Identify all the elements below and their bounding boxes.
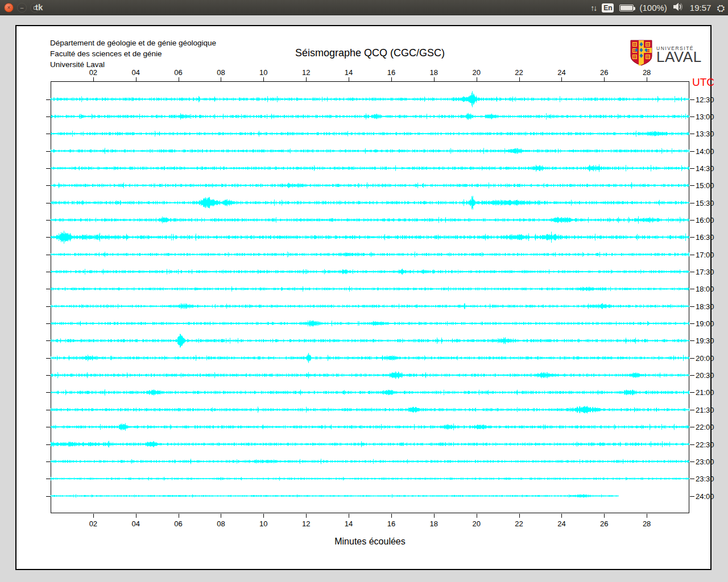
x-tick-mark-top [263,77,264,81]
utc-row-label: 16:00 [696,216,724,225]
trace-tick-left [46,272,51,272]
x-tick-mark-bottom [647,514,647,518]
x-tick-mark-top [93,77,94,81]
minimize-button[interactable]: – [17,3,27,13]
utc-row-label: 22:00 [696,423,724,431]
window-controls: × – [4,3,40,13]
x-tick-label-bottom: 20 [468,519,485,528]
x-tick-label-bottom: 04 [127,519,144,528]
seismograph-sheet: Département de géologie et de génie géol… [15,25,712,570]
x-tick-label-top: 26 [595,68,613,77]
trace-tick-right [690,340,694,341]
utc-row-label: 14:30 [696,164,724,173]
utc-row-label: 18:30 [696,302,724,311]
utc-row-label: 17:30 [696,268,724,276]
trace-tick-right [690,392,694,393]
titlebar[interactable]: × – tk ↑↓ En (100%) 19:57 ⛭ [0,0,728,15]
trace-tick-right [690,185,694,186]
utc-row-label: 17:00 [696,251,724,259]
trace-tick-left [46,185,51,186]
utc-row-label: 24:00 [696,492,724,501]
utc-row-label: 16:30 [696,233,724,242]
utc-row-label: 14:00 [696,147,724,156]
trace-tick-left [46,340,51,341]
x-tick-mark-top [519,77,520,81]
x-tick-mark-top [604,77,605,81]
x-tick-label-top: 14 [340,68,357,77]
x-tick-mark-bottom [306,514,307,518]
utc-row-label: 23:30 [696,475,724,483]
trace-tick-right [690,289,694,289]
trace-tick-right [690,306,694,307]
trace-tick-left [46,255,51,255]
trace-tick-left [46,427,51,427]
trace-tick-left [46,151,51,152]
x-tick-label-top: 12 [297,68,315,77]
x-tick-mark-top [391,77,392,81]
x-tick-label-bottom: 16 [383,519,400,528]
utc-row-label: 12:30 [696,95,724,104]
battery-icon[interactable] [619,5,634,11]
x-tick-label-top: 20 [468,68,485,77]
session-gear-icon[interactable]: ⛭ [717,2,725,14]
x-tick-mark-bottom [179,514,179,518]
x-tick-label-top: 24 [553,68,570,77]
trace-tick-right [690,323,694,324]
page-title: Séismographe QCQ (CGC/GSC) [51,47,689,59]
x-tick-label-top: 28 [638,68,655,77]
x-tick-label-bottom: 12 [297,519,315,528]
x-tick-label-top: 08 [212,68,229,77]
trace-tick-left [46,410,51,410]
network-icon[interactable]: ↑↓ [590,3,596,13]
utc-row-label: 21:30 [696,406,724,414]
x-tick-mark-top [179,77,179,81]
x-tick-label-top: 16 [383,68,400,77]
x-tick-label-bottom: 10 [255,519,272,528]
utc-axis-title: UTC [692,76,714,89]
x-tick-label-bottom: 14 [340,519,357,528]
trace-tick-left [46,323,51,324]
close-button[interactable]: × [4,3,14,13]
trace-tick-left [46,462,51,462]
trace-tick-right [690,168,694,169]
trace-tick-right [690,410,694,410]
x-tick-mark-bottom [519,514,520,518]
window-title: tk [35,2,43,12]
trace-tick-left [46,392,51,393]
x-tick-label-top: 22 [511,68,528,77]
keyboard-layout-indicator[interactable]: En [602,3,614,13]
x-tick-mark-bottom [391,514,392,518]
x-tick-label-top: 06 [170,68,187,77]
trace-tick-right [690,272,694,272]
trace-tick-right [690,151,694,152]
trace-tick-right [690,496,694,497]
trace-tick-left [46,496,51,497]
x-tick-mark-bottom [561,514,562,518]
x-tick-label-bottom: 06 [170,519,187,528]
x-tick-mark-bottom [349,514,349,518]
trace-tick-left [46,220,51,221]
x-tick-mark-bottom [93,514,94,518]
trace-tick-left [46,306,51,307]
trace-tick-left [46,168,51,169]
utc-row-label: 18:00 [696,285,724,293]
trace-tick-right [690,203,694,203]
clock-label[interactable]: 19:57 [690,3,712,13]
x-tick-label-bottom: 02 [85,519,102,528]
x-tick-mark-top [306,77,307,81]
volume-icon[interactable] [673,2,684,13]
x-tick-label-top: 10 [255,68,272,77]
x-tick-label-top: 02 [85,68,102,77]
utc-row-label: 15:30 [696,199,724,207]
x-tick-mark-bottom [604,514,605,518]
trace-tick-right [690,479,694,479]
trace-tick-left [46,117,51,117]
laval-wordmark: UNIVERSITÉ LAVAL [656,45,702,63]
x-tick-mark-top [136,77,136,81]
trace-tick-right [690,220,694,221]
battery-percent-label[interactable]: (100%) [639,3,667,13]
x-tick-label-bottom: 18 [425,519,442,528]
panel-indicators: ↑↓ En (100%) 19:57 ⛭ [590,0,725,15]
utc-row-label: 13:30 [696,130,724,138]
trace-tick-right [690,358,694,359]
